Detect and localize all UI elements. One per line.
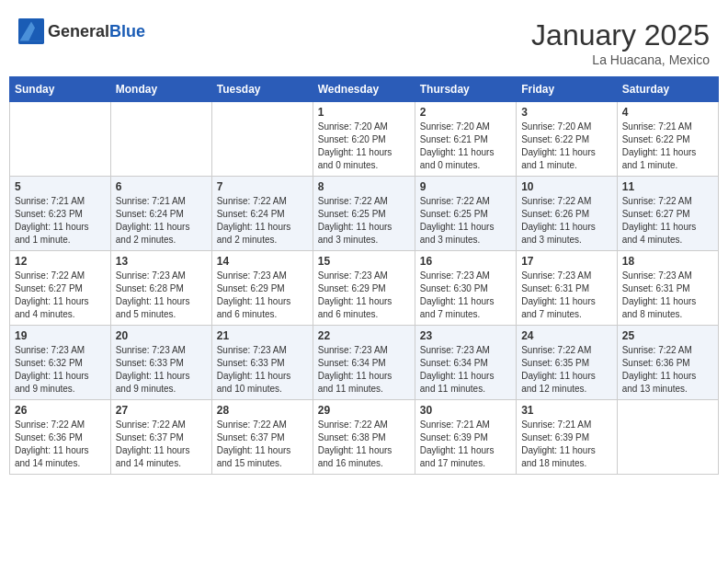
calendar-cell: 25Sunrise: 7:22 AMSunset: 6:36 PMDayligh… — [617, 326, 718, 400]
calendar-cell: 21Sunrise: 7:23 AMSunset: 6:33 PMDayligh… — [211, 326, 313, 400]
day-number: 28 — [217, 404, 308, 417]
day-number: 16 — [420, 255, 511, 268]
logo-general: General — [48, 22, 109, 40]
page-header: GeneralBlue January 2025 La Huacana, Mex… — [9, 9, 719, 72]
day-info: Sunrise: 7:22 AMSunset: 6:27 PMDaylight:… — [622, 195, 713, 247]
calendar-cell: 24Sunrise: 7:22 AMSunset: 6:35 PMDayligh… — [517, 326, 618, 400]
day-number: 24 — [521, 329, 612, 342]
calendar-cell: 12Sunrise: 7:22 AMSunset: 6:27 PMDayligh… — [10, 251, 111, 326]
day-info: Sunrise: 7:23 AMSunset: 6:33 PMDaylight:… — [116, 344, 207, 396]
day-info: Sunrise: 7:22 AMSunset: 6:37 PMDaylight:… — [116, 419, 207, 470]
calendar-cell: 19Sunrise: 7:23 AMSunset: 6:32 PMDayligh… — [10, 326, 111, 400]
day-info: Sunrise: 7:21 AMSunset: 6:22 PMDaylight:… — [622, 121, 713, 172]
day-number: 7 — [217, 180, 308, 193]
day-number: 11 — [622, 180, 713, 193]
calendar-cell: 26Sunrise: 7:22 AMSunset: 6:36 PMDayligh… — [10, 400, 111, 475]
day-info: Sunrise: 7:22 AMSunset: 6:25 PMDaylight:… — [420, 195, 511, 247]
day-info: Sunrise: 7:23 AMSunset: 6:29 PMDaylight:… — [318, 270, 410, 321]
weekday-header-sunday: Sunday — [10, 77, 111, 102]
day-info: Sunrise: 7:23 AMSunset: 6:32 PMDaylight:… — [15, 344, 106, 396]
logo-blue: Blue — [109, 22, 145, 40]
calendar-cell: 14Sunrise: 7:23 AMSunset: 6:29 PMDayligh… — [211, 251, 313, 326]
day-number: 22 — [318, 329, 410, 342]
day-number: 21 — [217, 329, 308, 342]
calendar-cell: 20Sunrise: 7:23 AMSunset: 6:33 PMDayligh… — [110, 326, 211, 400]
day-info: Sunrise: 7:22 AMSunset: 6:36 PMDaylight:… — [622, 344, 713, 396]
calendar-cell: 8Sunrise: 7:22 AMSunset: 6:25 PMDaylight… — [313, 177, 415, 251]
day-info: Sunrise: 7:22 AMSunset: 6:24 PMDaylight:… — [217, 195, 308, 247]
calendar-cell: 22Sunrise: 7:23 AMSunset: 6:34 PMDayligh… — [313, 326, 415, 400]
day-info: Sunrise: 7:21 AMSunset: 6:23 PMDaylight:… — [15, 195, 106, 247]
day-number: 4 — [622, 106, 713, 119]
day-number: 2 — [420, 106, 511, 119]
logo-icon — [18, 18, 44, 44]
day-info: Sunrise: 7:21 AMSunset: 6:39 PMDaylight:… — [521, 419, 612, 470]
day-info: Sunrise: 7:22 AMSunset: 6:36 PMDaylight:… — [15, 419, 106, 470]
day-number: 26 — [15, 404, 106, 417]
calendar-cell: 6Sunrise: 7:21 AMSunset: 6:24 PMDaylight… — [110, 177, 211, 251]
day-number: 6 — [116, 180, 207, 193]
calendar-cell: 9Sunrise: 7:22 AMSunset: 6:25 PMDaylight… — [415, 177, 516, 251]
calendar-table: SundayMondayTuesdayWednesdayThursdayFrid… — [9, 76, 719, 475]
day-info: Sunrise: 7:23 AMSunset: 6:34 PMDaylight:… — [420, 344, 511, 396]
day-info: Sunrise: 7:23 AMSunset: 6:31 PMDaylight:… — [521, 270, 612, 321]
day-number: 9 — [420, 180, 511, 193]
day-info: Sunrise: 7:20 AMSunset: 6:22 PMDaylight:… — [521, 121, 612, 172]
calendar-cell: 31Sunrise: 7:21 AMSunset: 6:39 PMDayligh… — [517, 400, 618, 475]
day-info: Sunrise: 7:21 AMSunset: 6:39 PMDaylight:… — [420, 419, 511, 470]
day-info: Sunrise: 7:23 AMSunset: 6:31 PMDaylight:… — [622, 270, 713, 321]
weekday-header-wednesday: Wednesday — [313, 77, 415, 102]
day-number: 18 — [622, 255, 713, 268]
calendar-cell: 11Sunrise: 7:22 AMSunset: 6:27 PMDayligh… — [617, 177, 718, 251]
day-info: Sunrise: 7:23 AMSunset: 6:28 PMDaylight:… — [116, 270, 207, 321]
day-number: 23 — [420, 329, 511, 342]
calendar-cell: 5Sunrise: 7:21 AMSunset: 6:23 PMDaylight… — [10, 177, 111, 251]
calendar-cell — [617, 400, 718, 475]
day-info: Sunrise: 7:20 AMSunset: 6:21 PMDaylight:… — [420, 121, 511, 172]
calendar-week-row: 5Sunrise: 7:21 AMSunset: 6:23 PMDaylight… — [10, 177, 719, 251]
calendar-cell: 29Sunrise: 7:22 AMSunset: 6:38 PMDayligh… — [313, 400, 415, 475]
day-number: 30 — [420, 404, 511, 417]
day-info: Sunrise: 7:23 AMSunset: 6:33 PMDaylight:… — [217, 344, 308, 396]
calendar-cell: 23Sunrise: 7:23 AMSunset: 6:34 PMDayligh… — [415, 326, 516, 400]
day-number: 29 — [318, 404, 410, 417]
calendar-cell: 3Sunrise: 7:20 AMSunset: 6:22 PMDaylight… — [517, 102, 618, 177]
day-number: 12 — [15, 255, 106, 268]
calendar-cell — [110, 102, 211, 177]
calendar-cell: 16Sunrise: 7:23 AMSunset: 6:30 PMDayligh… — [415, 251, 516, 326]
calendar-cell: 17Sunrise: 7:23 AMSunset: 6:31 PMDayligh… — [517, 251, 618, 326]
weekday-header-row: SundayMondayTuesdayWednesdayThursdayFrid… — [10, 77, 719, 102]
calendar-cell: 1Sunrise: 7:20 AMSunset: 6:20 PMDaylight… — [313, 102, 415, 177]
weekday-header-friday: Friday — [517, 77, 618, 102]
day-info: Sunrise: 7:22 AMSunset: 6:37 PMDaylight:… — [217, 419, 308, 470]
calendar-cell: 10Sunrise: 7:22 AMSunset: 6:26 PMDayligh… — [517, 177, 618, 251]
calendar-week-row: 12Sunrise: 7:22 AMSunset: 6:27 PMDayligh… — [10, 251, 719, 326]
calendar-cell: 4Sunrise: 7:21 AMSunset: 6:22 PMDaylight… — [617, 102, 718, 177]
location-title: La Huacana, Mexico — [531, 52, 710, 67]
calendar-cell: 28Sunrise: 7:22 AMSunset: 6:37 PMDayligh… — [211, 400, 313, 475]
calendar-cell: 30Sunrise: 7:21 AMSunset: 6:39 PMDayligh… — [415, 400, 516, 475]
calendar-cell — [10, 102, 111, 177]
title-area: January 2025 La Huacana, Mexico — [531, 18, 710, 67]
calendar-cell: 27Sunrise: 7:22 AMSunset: 6:37 PMDayligh… — [110, 400, 211, 475]
day-number: 1 — [318, 106, 410, 119]
calendar-cell: 13Sunrise: 7:23 AMSunset: 6:28 PMDayligh… — [110, 251, 211, 326]
calendar-cell: 18Sunrise: 7:23 AMSunset: 6:31 PMDayligh… — [617, 251, 718, 326]
weekday-header-saturday: Saturday — [617, 77, 718, 102]
weekday-header-thursday: Thursday — [415, 77, 516, 102]
calendar-week-row: 26Sunrise: 7:22 AMSunset: 6:36 PMDayligh… — [10, 400, 719, 475]
day-info: Sunrise: 7:22 AMSunset: 6:38 PMDaylight:… — [318, 419, 410, 470]
day-number: 20 — [116, 329, 207, 342]
day-number: 3 — [521, 106, 612, 119]
day-number: 14 — [217, 255, 308, 268]
month-title: January 2025 — [531, 18, 710, 52]
day-info: Sunrise: 7:20 AMSunset: 6:20 PMDaylight:… — [318, 121, 410, 172]
day-info: Sunrise: 7:23 AMSunset: 6:29 PMDaylight:… — [217, 270, 308, 321]
day-number: 13 — [116, 255, 207, 268]
day-number: 5 — [15, 180, 106, 193]
day-number: 25 — [622, 329, 713, 342]
calendar-week-row: 19Sunrise: 7:23 AMSunset: 6:32 PMDayligh… — [10, 326, 719, 400]
calendar-cell: 15Sunrise: 7:23 AMSunset: 6:29 PMDayligh… — [313, 251, 415, 326]
weekday-header-tuesday: Tuesday — [211, 77, 313, 102]
calendar-cell — [211, 102, 313, 177]
